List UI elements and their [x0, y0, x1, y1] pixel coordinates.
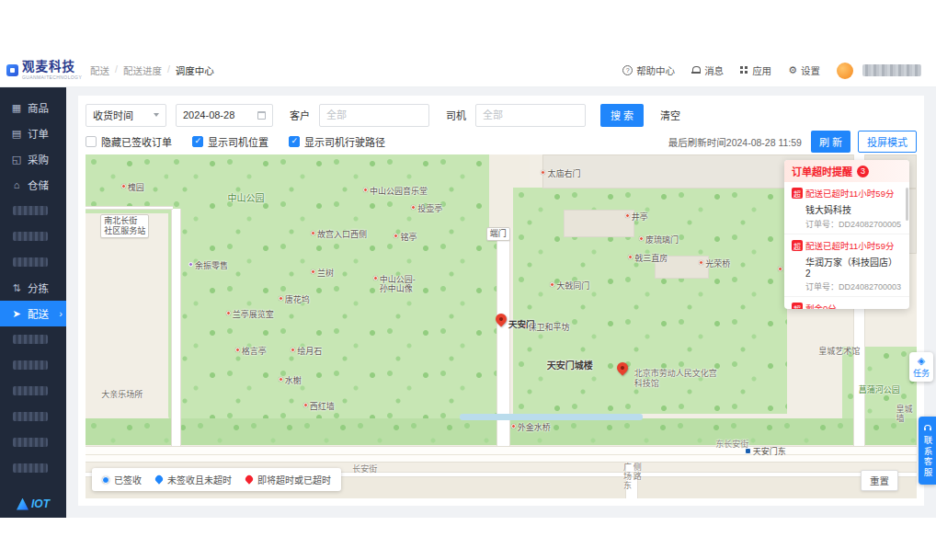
time-type-select[interactable]: 收货时间 — [86, 104, 166, 127]
customer-input[interactable] — [319, 104, 429, 127]
alert-status: 配送已超时11小时59分 — [805, 239, 894, 252]
toolbar-checkbox[interactable]: 隐藏已签收订单 — [86, 134, 172, 149]
iot-logo: IOT — [0, 497, 66, 510]
map-label: 井亭 — [625, 212, 648, 223]
sidebar-item[interactable]: › — [0, 455, 66, 481]
help-center-label: 帮助中心 — [636, 63, 675, 77]
apps-link[interactable]: 应用 — [740, 63, 771, 77]
alert-status: 配送已超时11小时59分 — [805, 187, 894, 200]
sidebar-item-label: 订单 — [28, 126, 49, 141]
clear-button[interactable]: 清空 — [660, 108, 680, 122]
map-label-text: 菖蒲河公园 — [859, 385, 900, 395]
map-label-text: 中山公园 — [228, 193, 265, 204]
delivery-truck-icon: ➤ — [10, 308, 23, 320]
search-button[interactable]: 搜 索 — [600, 104, 644, 127]
order-timeout-panel: 订单超时提醒 3 超 配送已超时11小时59分 钱大妈科技 订单号：DD2408 — [784, 160, 909, 309]
sidebar-item[interactable]: › — [0, 223, 66, 249]
breadcrumb: 配送配送进度调度中心 — [90, 63, 214, 77]
map-label-text: 皇城墙 — [896, 405, 917, 425]
map-label: 中山公园- 孙中山像 — [373, 275, 416, 295]
alert-item[interactable]: 超 剩余0分 华润万家（科技园店）2 — [784, 297, 909, 309]
header-actions: ?帮助中心 消息 应用 ⚙设置 — [622, 63, 936, 79]
map-label: 绘月石 — [291, 347, 322, 357]
sidebar-item[interactable]: › — [0, 249, 66, 275]
legend-item: 未签收且未超时 — [155, 473, 232, 486]
toolbar-checkbox[interactable]: 显示司机位置 — [192, 134, 268, 149]
map-toolbar: 隐藏已签收订单 显示司机位置 显示司机行驶路径 最后刷新时间2024-08-28… — [78, 129, 924, 154]
checkbox-label: 显示司机位置 — [208, 134, 268, 149]
date-picker[interactable]: 2024-08-28 — [176, 104, 273, 127]
help-center-link[interactable]: ?帮助中心 — [622, 63, 675, 77]
poi-icon — [188, 262, 193, 267]
gear-icon: ⚙ — [788, 65, 797, 75]
settings-label: 设置 — [801, 63, 820, 77]
user-avatar[interactable] — [837, 63, 853, 79]
map-label-text: 中山公园- 孙中山像 — [380, 275, 416, 295]
map-label-text: 端门 — [486, 227, 510, 241]
sidebar-item[interactable]: › — [0, 378, 66, 404]
driver-input[interactable] — [475, 104, 586, 127]
sidebar-item-redacted — [13, 335, 48, 344]
map-canvas[interactable]: 槐园 中山公园 中山公园音乐堂 投壶亭 太庙右门 — [86, 154, 917, 498]
alert-order-no: 订单号：DD24082700005 — [805, 218, 902, 230]
sidebar-item[interactable]: › — [0, 352, 66, 378]
last-refresh-time: 最后刷新时间2024-08-28 11:59 — [668, 135, 802, 149]
contact-service-label: 联系客服 — [921, 436, 934, 478]
scrollbar[interactable] — [906, 188, 908, 221]
legend-item: 即将超时或已超时 — [245, 473, 331, 486]
messages-link[interactable]: 消息 — [691, 63, 724, 77]
procurement-cart-icon: ◱ — [10, 154, 23, 166]
map-label-text: 中山公园音乐堂 — [370, 187, 428, 197]
refresh-button[interactable]: 刷 新 — [811, 131, 850, 153]
poi-icon — [511, 424, 516, 429]
headset-icon — [923, 423, 932, 432]
brand-logo[interactable]: 观麦科技 GUANMAITECHNOLOGY — [0, 61, 77, 80]
sidebar-item-redacted — [13, 412, 48, 421]
sidebar-item[interactable]: › — [0, 326, 66, 352]
sidebar-item[interactable]: ⇅ 分拣 › — [0, 275, 66, 301]
breadcrumb-item[interactable]: 调度中心 — [162, 63, 214, 77]
sidebar-nav: ▦ 商品 › ▤ 订单 › ◱ 采购 › ⌂ 仓储 — [0, 87, 66, 518]
sidebar-item[interactable]: ⌂ 仓储 › — [0, 172, 66, 198]
alert-item[interactable]: 超 配送已超时11小时59分 华润万家（科技园店）2 订单号：DD2408270… — [784, 234, 909, 297]
sidebar-item[interactable]: › — [0, 198, 66, 223]
messages-label: 消息 — [704, 63, 724, 77]
sidebar-item[interactable]: ▤ 订单 › — [0, 120, 66, 146]
map-label-text: 西红墙 — [310, 402, 335, 412]
sidebar-item-redacted — [13, 386, 48, 395]
map-label-text: 兰亭展览室 — [233, 310, 274, 320]
sorting-icon: ⇅ — [10, 282, 23, 294]
task-widget[interactable]: ◈ 任务 — [909, 352, 933, 382]
poi-icon — [699, 260, 703, 265]
sidebar-item[interactable]: › — [0, 404, 66, 429]
toolbar-checkbox[interactable]: 显示司机行驶路径 — [289, 134, 385, 149]
settings-link[interactable]: ⚙设置 — [788, 63, 820, 77]
map-label: 皇城墙 — [896, 405, 917, 425]
map-label-text: 太庙右门 — [547, 169, 580, 179]
contact-service-button[interactable]: 联系客服 — [919, 417, 936, 485]
poi-icon — [291, 348, 295, 352]
poi-icon — [311, 231, 315, 235]
breadcrumb-item[interactable]: 配送进度 — [109, 63, 162, 77]
bell-icon — [691, 66, 701, 74]
map-label-text: 唐花坞 — [285, 295, 310, 305]
map-label: 广场东侧路 — [622, 463, 642, 498]
checkbox-label: 显示司机行驶路径 — [304, 134, 385, 149]
alert-item[interactable]: 超 配送已超时11小时59分 钱大妈科技 订单号：DD24082700005 — [784, 182, 909, 234]
reset-button[interactable]: 重置 — [861, 470, 898, 491]
warehouse-icon: ⌂ — [10, 179, 23, 190]
sidebar-item-redacted — [13, 360, 48, 370]
iot-logo-text: IOT — [31, 497, 50, 510]
cast-mode-button[interactable]: 投屏模式 — [858, 131, 917, 153]
help-icon: ? — [622, 65, 633, 75]
poi-icon — [411, 205, 416, 210]
map-label: 中山公园音乐堂 — [363, 187, 428, 197]
date-value: 2024-08-28 — [183, 109, 234, 120]
breadcrumb-item[interactable]: 配送 — [90, 63, 109, 77]
map-label: 皇城艺术馆 — [818, 347, 860, 357]
sidebar-item[interactable]: ➤ 配送 › — [0, 301, 66, 326]
sidebar-item[interactable]: › — [0, 429, 66, 455]
chevron-down-icon — [154, 113, 159, 117]
sidebar-item[interactable]: ▦ 商品 › — [0, 95, 66, 120]
sidebar-item[interactable]: ◱ 采购 › — [0, 146, 66, 172]
